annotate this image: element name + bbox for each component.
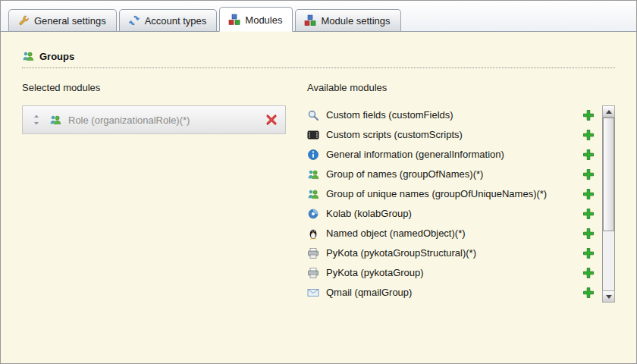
printer-icon [307, 267, 319, 279]
available-module-row: Custom fields (customFields) [307, 105, 599, 125]
group-icon [49, 114, 61, 126]
selected-module-label: Role (organizationalRole)(*) [68, 115, 190, 126]
module-label: Group of names (groupOfNames)(*) [326, 168, 483, 180]
add-module-button[interactable] [582, 188, 595, 200]
group-icon [307, 188, 319, 200]
available-module-row: PyKota (pykotaGroupStructural)(*) [307, 243, 599, 263]
tab-account-types[interactable]: Account types [119, 9, 218, 31]
modules-icon [228, 14, 240, 26]
group-icon [22, 50, 34, 62]
tab-label: Account types [145, 15, 207, 27]
available-module-row: Named object (namedObject)(*) [307, 224, 599, 243]
plus-icon [582, 267, 595, 279]
add-module-button[interactable] [582, 247, 595, 259]
available-modules-panel: Available modules Custom fields (customF… [307, 82, 615, 303]
selected-modules-panel: Selected modules Role (organizationalRol… [22, 82, 286, 303]
module-label: Named object (namedObject)(*) [326, 228, 466, 239]
tab-general-settings[interactable]: General settings [8, 9, 117, 31]
module-label: Kolab (kolabGroup) [326, 208, 412, 219]
add-module-button[interactable] [582, 129, 595, 141]
move-handle-icon[interactable] [30, 114, 42, 126]
available-modules-heading: Available modules [307, 82, 615, 93]
mail-icon [307, 287, 319, 299]
scrollbar-thumb[interactable] [603, 118, 614, 231]
add-module-button[interactable] [582, 228, 595, 240]
tab-label: General settings [34, 15, 106, 27]
add-module-button[interactable] [582, 267, 595, 279]
available-module-row: General information (generalInformation) [307, 145, 599, 165]
plus-icon [582, 208, 595, 220]
selected-module-row[interactable]: Role (organizationalRole)(*) [22, 105, 286, 134]
modules-tab-content: Groups Selected modules Role (organizati… [1, 32, 636, 363]
scroll-up-button[interactable] [602, 105, 615, 118]
available-module-row: Qmail (qmailGroup) [307, 283, 599, 303]
account-types-icon [128, 14, 140, 27]
module-label: Custom fields (customFields) [326, 109, 453, 121]
page-title: Groups [39, 51, 74, 62]
groups-section-header: Groups [22, 50, 615, 68]
scroll-down-button[interactable] [602, 290, 615, 303]
scrollbar-track[interactable] [603, 117, 614, 290]
available-module-row: PyKota (pykotaGroup) [307, 263, 599, 283]
add-module-button[interactable] [582, 109, 595, 121]
available-module-row: Group of names (groupOfNames)(*) [307, 165, 599, 184]
add-module-button[interactable] [582, 208, 595, 220]
plus-icon [582, 129, 595, 141]
tab-modules[interactable]: Modules [219, 7, 293, 32]
plus-icon [582, 188, 595, 200]
tab-bar: General settings Account types Modules M… [1, 1, 636, 32]
module-label: Custom scripts (customScripts) [326, 129, 463, 140]
module-label: Group of unique names (groupOfUniqueName… [326, 188, 547, 199]
kolab-icon [307, 208, 319, 220]
module-settings-icon [304, 14, 316, 27]
module-label: General information (generalInformation) [326, 149, 504, 160]
magnifier-icon [307, 109, 319, 121]
printer-icon [307, 247, 319, 259]
module-label: PyKota (pykotaGroupStructural)(*) [326, 247, 476, 259]
script-icon [307, 129, 319, 141]
available-module-row: Group of unique names (groupOfUniqueName… [307, 184, 599, 204]
available-modules-scrollbar[interactable] [602, 105, 615, 303]
group-icon [307, 168, 319, 180]
tab-module-settings[interactable]: Module settings [295, 9, 400, 31]
available-module-row: Custom scripts (customScripts) [307, 125, 599, 145]
plus-icon [582, 287, 595, 299]
plus-icon [582, 247, 595, 259]
tab-label: Module settings [321, 15, 390, 27]
available-modules-list: Custom fields (customFields) Custom scri… [307, 105, 599, 303]
available-module-row: Kolab (kolabGroup) [307, 204, 599, 224]
module-label: Qmail (qmailGroup) [326, 287, 412, 298]
add-module-button[interactable] [582, 149, 595, 161]
tab-label: Modules [245, 14, 282, 26]
wrench-icon [17, 14, 30, 27]
info-icon [307, 149, 319, 161]
lam-config-window: General settings Account types Modules M… [0, 0, 637, 364]
module-label: PyKota (pykotaGroup) [326, 267, 424, 278]
add-module-button[interactable] [582, 168, 595, 180]
add-module-button[interactable] [582, 287, 595, 299]
remove-module-button[interactable] [265, 114, 278, 126]
delete-icon [265, 114, 278, 126]
penguin-icon [307, 228, 319, 240]
plus-icon [582, 228, 595, 240]
plus-icon [582, 109, 595, 121]
up-arrow-icon [606, 110, 612, 114]
plus-icon [582, 168, 595, 180]
plus-icon [582, 149, 595, 161]
down-arrow-icon [606, 295, 612, 299]
selected-modules-heading: Selected modules [22, 82, 286, 93]
